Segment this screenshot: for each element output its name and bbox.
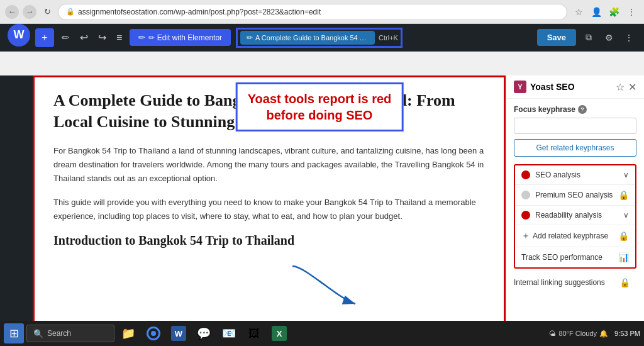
article-para2: This guide will provide you with everyth…: [53, 196, 485, 223]
taskbar-system-tray: 🌤 80°F Cloudy 🔔 9:53 PM: [549, 330, 640, 338]
annotation-line2: before doing SEO: [267, 108, 373, 122]
premium-lock-icon: 🔒: [618, 190, 629, 200]
add-block-button[interactable]: +: [35, 28, 54, 47]
article-para1: For Bangkok 54 Trip to Thailand a land o…: [53, 144, 485, 186]
url-bar[interactable]: 🔒 assignmentofseostation.com/wp-admin/po…: [58, 4, 567, 20]
get-keyphrase-button[interactable]: Get related keyphrases: [514, 139, 636, 157]
list-view-button[interactable]: ≡: [114, 32, 125, 43]
taskbar-search-bar[interactable]: 🔍 Search: [26, 325, 114, 342]
track-seo-label: Track SEO performance: [521, 253, 616, 262]
seo-analysis-label: SEO analysis: [535, 170, 623, 179]
taskbar-excel-btn[interactable]: X: [268, 322, 291, 345]
premium-seo-label: Premium SEO analysis: [535, 191, 616, 199]
seo-analysis-row[interactable]: ➤ SEO analysis ∨: [515, 165, 635, 185]
more-options-btn[interactable]: ⋮: [621, 30, 636, 45]
taskbar-whatsapp-btn[interactable]: 💬: [192, 322, 215, 345]
wp-logo: W: [8, 24, 30, 47]
content-area: Yoast tools report is red before doing S…: [0, 75, 644, 346]
browser-chrome: ← → ↻ 🔒 assignmentofseostation.com/wp-ad…: [0, 0, 644, 24]
add-keyphrase-label: Add related keyphrase: [533, 232, 616, 240]
profile-icon[interactable]: 👤: [589, 4, 604, 20]
settings-icon-btn[interactable]: ⚙: [601, 30, 616, 45]
annotation-line1: Yoast tools report is red: [248, 92, 392, 106]
notification-bell: 🔔: [599, 330, 608, 338]
add-keyphrase-row[interactable]: ＋ Add related keyphrase 🔒: [515, 225, 635, 247]
internal-linking-label: Internal linking suggestions: [514, 278, 617, 287]
yoast-analysis-section: ➤ SEO analysis ∨ Premium SEO analysis 🔒 …: [514, 164, 636, 269]
yoast-logo: Y: [514, 81, 526, 93]
premium-seo-row[interactable]: Premium SEO analysis 🔒: [515, 185, 635, 206]
post-tab[interactable]: ✏ A Complete Guide to Bangkok 54 Tr...: [240, 31, 375, 45]
readability-label: Readability analysis: [535, 211, 623, 220]
taskbar-file-explorer-btn[interactable]: 📁: [117, 322, 140, 345]
back-button[interactable]: ←: [5, 5, 19, 19]
yoast-close-btn[interactable]: ✕: [628, 81, 636, 93]
track-seo-row[interactable]: Track SEO performance 📊: [515, 247, 635, 267]
url-text: assignmentofseostation.com/wp-admin/post…: [78, 8, 321, 16]
keyphrase-lock-icon: 🔒: [618, 231, 629, 241]
elementor-pencil-icon: ✏: [138, 33, 145, 42]
start-button[interactable]: ⊞: [4, 323, 24, 343]
shortcut-label: Ctrl+K: [379, 34, 398, 42]
chart-icon: 📊: [618, 252, 629, 262]
yoast-star-btn[interactable]: ☆: [616, 81, 625, 93]
undo-button[interactable]: ↩: [77, 31, 91, 43]
weather-text: 80°F Cloudy: [558, 330, 597, 337]
focus-keyphrase-label: Focus keyphrase ?: [514, 105, 636, 114]
edit-icon-button[interactable]: ✏: [59, 32, 72, 43]
taskbar-photos-btn[interactable]: 🖼: [243, 322, 265, 345]
focus-keyphrase-input[interactable]: [514, 118, 636, 134]
extensions-icon[interactable]: 🧩: [606, 4, 621, 20]
internal-linking-row[interactable]: Internal linking suggestions 🔒: [514, 272, 636, 293]
taskbar: ⊞ 🔍 Search 📁 W 💬 📧 🖼 X 🌤 80°F Cloudy 🔔 9…: [0, 321, 644, 346]
weather-icon: 🌤: [549, 330, 556, 337]
lock-icon: 🔒: [66, 8, 75, 16]
yoast-header: Y Yoast SEO ☆ ✕: [506, 75, 644, 99]
annotation-box: Yoast tools report is red before doing S…: [236, 82, 404, 131]
browser-actions: ☆ 👤 🧩 ⋮: [571, 4, 639, 20]
taskbar-time: 9:53 PM: [614, 330, 640, 337]
edit-with-elementor-button[interactable]: ✏ ✏ Edit with Elementor: [130, 29, 231, 46]
window-icon-btn[interactable]: ⧉: [581, 30, 596, 45]
taskbar-search-label: Search: [47, 329, 71, 338]
yoast-title: Yoast SEO: [530, 82, 612, 92]
taskbar-email-btn[interactable]: 📧: [218, 322, 240, 345]
editor-area[interactable]: Yoast tools report is red before doing S…: [33, 75, 506, 346]
edit-tab-icon: ✏: [247, 33, 253, 42]
tab-label: A Complete Guide to Bangkok 54 Tr...: [255, 34, 369, 42]
yoast-sidebar: Y Yoast SEO ☆ ✕ Focus keyphrase ? Get re…: [506, 75, 644, 346]
internal-lock-icon: 🔒: [619, 277, 630, 287]
premium-dot: [521, 191, 530, 199]
save-button[interactable]: Save: [537, 29, 576, 46]
plus-icon: ＋: [521, 230, 530, 242]
readability-chevron-icon: ∨: [623, 211, 629, 220]
redo-button[interactable]: ↪: [96, 31, 109, 43]
reload-button[interactable]: ↻: [40, 5, 54, 19]
elementor-btn-label: ✏ Edit with Elementor: [148, 33, 222, 42]
taskbar-word-btn[interactable]: W: [167, 322, 190, 345]
arrow-annotation: [286, 260, 362, 310]
seo-dot: [521, 170, 530, 179]
wp-toolbar: W + ✏ ↩ ↪ ≡ ✏ ✏ Edit with Elementor ✏ A …: [0, 24, 644, 52]
seo-chevron-icon: ∨: [623, 170, 629, 179]
tab-container: ✏ A Complete Guide to Bangkok 54 Tr... C…: [236, 28, 402, 48]
wp-sidebar: [0, 75, 33, 346]
taskbar-chrome-btn[interactable]: [142, 322, 165, 345]
article-subheading: Introduction to Bangkok 54 Trip to Thail…: [53, 233, 485, 248]
readability-row[interactable]: ➤ Readability analysis ∨: [515, 206, 635, 225]
forward-button[interactable]: →: [23, 5, 36, 19]
browser-more-icon[interactable]: ⋮: [624, 4, 639, 20]
yoast-body: Focus keyphrase ? Get related keyphrases…: [506, 99, 644, 346]
bookmark-icon[interactable]: ☆: [571, 4, 586, 20]
help-icon: ?: [578, 105, 587, 114]
readability-dot: [521, 211, 530, 220]
taskbar-search-icon: 🔍: [33, 329, 43, 338]
